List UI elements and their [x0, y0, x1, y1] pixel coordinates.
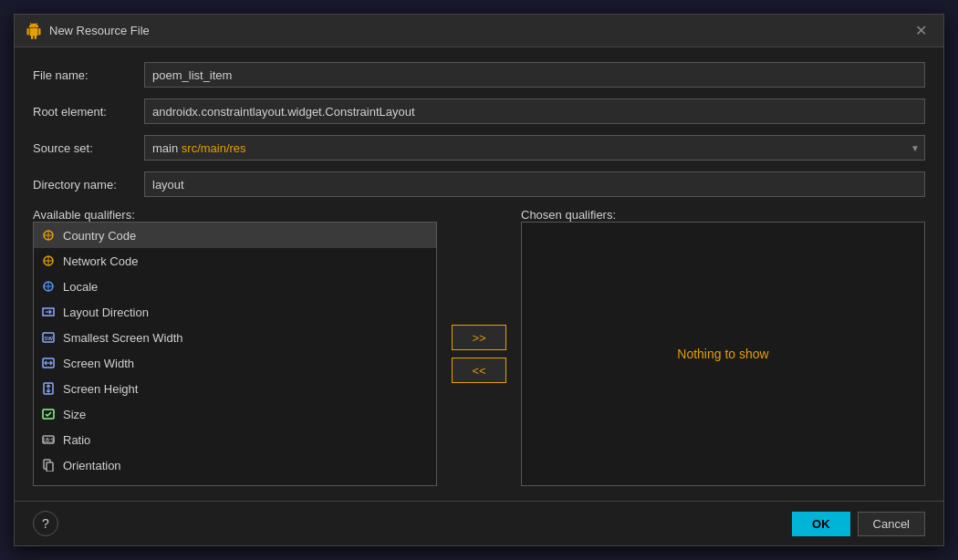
root-element-input[interactable]	[144, 99, 925, 124]
screen-width-icon	[41, 356, 56, 370]
title-bar-left: New Resource File	[26, 23, 150, 39]
available-qualifiers-list[interactable]: Country Code Network Code	[33, 222, 437, 486]
ui-mode-icon	[41, 483, 56, 486]
ok-button[interactable]: OK	[792, 512, 850, 536]
screen-width-text: Screen Width	[63, 357, 134, 370]
arrows-panel: >> <<	[437, 222, 521, 486]
size-text: Size	[63, 408, 86, 421]
svg-text:SW: SW	[44, 336, 53, 341]
source-set-label: Source set:	[33, 141, 133, 155]
qualifiers-headers: Available qualifiers: Chosen qualifiers:	[33, 208, 925, 222]
source-set-row: Source set: main src/main/res ▼	[33, 135, 925, 161]
orientation-text: Orientation	[63, 459, 121, 472]
list-item[interactable]: Screen Height	[34, 376, 436, 401]
close-button[interactable]: ✕	[910, 20, 932, 41]
directory-name-row: Directory name:	[33, 171, 925, 197]
chosen-qualifiers-label: Chosen qualifiers:	[521, 208, 616, 222]
source-set-dropdown-arrow: ▼	[911, 143, 920, 153]
layout-direction-text: Layout Direction	[63, 306, 149, 319]
country-code-text: Country Code	[63, 229, 136, 243]
root-element-label: Root element:	[33, 105, 133, 119]
qualifiers-panels: Country Code Network Code	[33, 222, 925, 486]
cancel-button[interactable]: Cancel	[858, 512, 925, 536]
list-item[interactable]: Locale	[34, 274, 436, 299]
ui-mode-text: UI Mode	[63, 484, 108, 487]
directory-name-label: Directory name:	[33, 178, 133, 192]
list-item[interactable]: 16:9 Ratio	[34, 427, 436, 452]
dialog-content: File name: Root element: Source set: mai…	[15, 47, 943, 501]
list-item[interactable]: Orientation	[34, 452, 436, 478]
layout-direction-icon	[41, 305, 56, 319]
network-code-icon	[41, 254, 56, 268]
remove-qualifier-button[interactable]: <<	[452, 358, 506, 383]
locale-text: Locale	[63, 280, 98, 294]
list-item[interactable]: Network Code	[34, 248, 436, 274]
smallest-screen-width-icon: SW	[41, 330, 56, 345]
list-item[interactable]: SW Smallest Screen Width	[34, 325, 436, 350]
title-bar: New Resource File ✕	[15, 15, 943, 47]
screen-height-text: Screen Height	[63, 382, 138, 396]
svg-rect-21	[47, 462, 53, 472]
chosen-qualifiers-list: Nothing to show	[521, 222, 925, 486]
size-icon	[41, 407, 56, 421]
list-item[interactable]: Size	[34, 401, 436, 427]
dialog-title: New Resource File	[49, 24, 150, 37]
chosen-panel: Nothing to show	[521, 222, 925, 486]
smallest-screen-width-text: Smallest Screen Width	[63, 331, 183, 345]
list-item[interactable]: UI Mode	[34, 478, 436, 486]
android-icon	[26, 23, 42, 39]
locale-icon	[41, 279, 56, 294]
root-element-row: Root element:	[33, 99, 925, 124]
file-name-label: File name:	[33, 68, 133, 82]
add-qualifier-button[interactable]: >>	[452, 325, 506, 350]
qualifiers-section: Available qualifiers: Chosen qualifiers:	[33, 208, 925, 486]
source-set-select-wrapper: main src/main/res ▼	[144, 135, 925, 161]
file-name-row: File name:	[33, 62, 925, 88]
new-resource-file-dialog: New Resource File ✕ File name: Root elem…	[14, 14, 944, 546]
svg-text:16:9: 16:9	[42, 437, 55, 443]
source-set-main: main src/main/res	[152, 141, 246, 155]
orientation-icon	[41, 458, 56, 472]
ratio-text: Ratio	[63, 433, 90, 447]
dialog-footer: ? OK Cancel	[15, 501, 943, 545]
nothing-to-show-label: Nothing to show	[677, 347, 768, 361]
screen-height-icon	[41, 381, 56, 396]
source-set-select[interactable]: main src/main/res ▼	[144, 135, 925, 161]
file-name-input[interactable]	[144, 62, 925, 88]
list-item[interactable]: Country Code	[34, 223, 436, 248]
list-item[interactable]: Layout Direction	[34, 299, 436, 325]
directory-name-input[interactable]	[144, 171, 925, 197]
available-qualifiers-header: Available qualifiers:	[33, 208, 437, 222]
chosen-qualifiers-header: Chosen qualifiers:	[521, 208, 925, 222]
country-code-icon	[41, 228, 56, 243]
network-code-text: Network Code	[63, 254, 138, 268]
list-item[interactable]: Screen Width	[34, 350, 436, 376]
ratio-icon: 16:9	[41, 432, 56, 447]
available-panel: Country Code Network Code	[33, 222, 437, 486]
help-button[interactable]: ?	[33, 511, 58, 536]
footer-actions: OK Cancel	[792, 512, 925, 536]
available-qualifiers-label: Available qualifiers:	[33, 208, 135, 222]
